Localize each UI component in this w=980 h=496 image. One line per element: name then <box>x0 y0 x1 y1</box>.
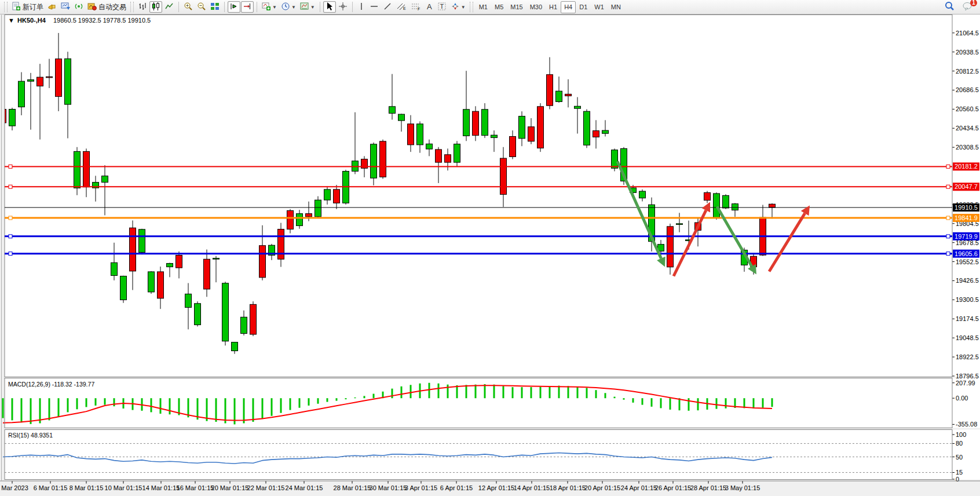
main-pane-background[interactable] <box>5 15 980 377</box>
candle-bull[interactable] <box>463 110 470 136</box>
toolbar-grip[interactable] <box>4 2 8 12</box>
cursor-button[interactable] <box>323 1 336 13</box>
tile-windows-button[interactable] <box>209 1 221 13</box>
candle-bear[interactable] <box>250 304 257 334</box>
text-label-button[interactable]: T <box>436 1 448 13</box>
candle-bear[interactable] <box>565 94 572 96</box>
candle-bull[interactable] <box>315 200 321 217</box>
candle-bear[interactable] <box>306 214 312 217</box>
one-click-trading-toggle[interactable]: ▼ <box>8 17 14 24</box>
equidistant-channel-button[interactable]: E <box>394 1 408 13</box>
candle-bull[interactable] <box>602 130 609 133</box>
candle-bull[interactable] <box>612 150 618 169</box>
candle-bull[interactable] <box>195 304 201 325</box>
candle-bear[interactable] <box>176 255 182 268</box>
arrows-button[interactable]: ▼ <box>449 1 467 13</box>
candle-bear[interactable] <box>528 127 535 141</box>
candle-bear[interactable] <box>704 192 711 200</box>
line-anchor-handle[interactable] <box>9 235 12 238</box>
candle-bull[interactable] <box>491 135 498 137</box>
candle-bull[interactable] <box>584 111 590 145</box>
line-anchor-handle[interactable] <box>946 165 950 168</box>
candle-bull[interactable] <box>74 151 81 188</box>
vertical-line-button[interactable] <box>356 1 367 13</box>
candle-bull[interactable] <box>398 114 405 121</box>
candle-bull[interactable] <box>426 144 433 149</box>
candle-bull[interactable] <box>714 194 720 218</box>
timeframe-button-mn[interactable]: MN <box>608 1 624 13</box>
candle-bear[interactable] <box>37 77 43 86</box>
candle-bear[interactable] <box>130 228 136 271</box>
new-order-button[interactable]: 新订单 <box>10 1 45 13</box>
chart-shift-button[interactable] <box>241 1 254 13</box>
candle-bear[interactable] <box>445 155 451 162</box>
zoom-out-button[interactable] <box>195 1 208 13</box>
candle-bull[interactable] <box>167 264 173 267</box>
line-anchor-handle[interactable] <box>946 252 950 256</box>
candle-bear[interactable] <box>473 111 479 136</box>
auto-trading-button[interactable]: 自动交易 <box>86 1 128 13</box>
candle-bull[interactable] <box>222 283 229 341</box>
candle-bear[interactable] <box>204 259 210 289</box>
candle-bull[interactable] <box>120 276 127 300</box>
timeframe-button-m30[interactable]: M30 <box>526 1 546 13</box>
candle-bear[interactable] <box>278 229 284 260</box>
candle-bull[interactable] <box>389 107 396 114</box>
candle-bull[interactable] <box>241 317 247 333</box>
candle-bear[interactable] <box>436 149 442 162</box>
timeframe-button-d1[interactable]: D1 <box>576 1 591 13</box>
candle-bull[interactable] <box>556 91 562 101</box>
candle-bull[interactable] <box>371 144 377 178</box>
toolbar-grip[interactable] <box>470 2 473 12</box>
candle-bull[interactable] <box>723 195 729 208</box>
candle-bull[interactable] <box>65 59 71 104</box>
timeframe-button-h4[interactable]: H4 <box>561 1 576 13</box>
candle-bull[interactable] <box>324 189 331 200</box>
candle-bear[interactable] <box>287 210 294 229</box>
trendline-button[interactable] <box>381 1 394 13</box>
toolbar-grip[interactable] <box>130 2 134 12</box>
timeframe-button-m5[interactable]: M5 <box>491 1 507 13</box>
candlestick-chart-button[interactable] <box>149 1 162 13</box>
candle-bull[interactable] <box>232 342 238 351</box>
line-anchor-handle[interactable] <box>9 216 12 220</box>
line-chart-button[interactable] <box>163 1 175 13</box>
candle-bull[interactable] <box>19 81 25 107</box>
zoom-in-button[interactable] <box>182 1 195 13</box>
candle-bull[interactable] <box>102 176 108 183</box>
candle-bull[interactable] <box>454 144 460 163</box>
candle-bear[interactable] <box>158 272 164 298</box>
notifications-button[interactable]: 1 <box>961 1 974 13</box>
candle-bull[interactable] <box>482 110 488 136</box>
candle-bear[interactable] <box>537 107 544 148</box>
auto-scroll-button[interactable] <box>228 1 240 13</box>
candle-bear[interactable] <box>510 137 516 157</box>
candle-bull[interactable] <box>297 214 303 226</box>
candle-bull[interactable] <box>185 294 192 307</box>
candle-bull[interactable] <box>639 191 646 198</box>
horizontal-line-button[interactable] <box>368 1 381 13</box>
candle-bull[interactable] <box>148 272 155 292</box>
candle-bull[interactable] <box>417 124 423 145</box>
candle-bear[interactable] <box>547 75 553 106</box>
candle-bear[interactable] <box>667 227 674 267</box>
line-anchor-handle[interactable] <box>946 185 950 188</box>
broadcast-button[interactable] <box>46 1 58 13</box>
candle-bull[interactable] <box>9 110 16 126</box>
bar-chart-button[interactable] <box>136 1 149 13</box>
timeframe-button-m1[interactable]: M1 <box>476 1 491 13</box>
signal-button[interactable] <box>72 1 85 13</box>
candle-bull[interactable] <box>28 80 34 82</box>
candle-bull[interactable] <box>677 224 683 225</box>
candle-bear[interactable] <box>408 124 414 145</box>
candle-bear[interactable] <box>380 141 386 177</box>
timeframe-button-w1[interactable]: W1 <box>591 1 608 13</box>
indicators-button[interactable]: ▼ <box>260 1 279 13</box>
periods-button[interactable]: ▼ <box>279 1 298 13</box>
candle-bear[interactable] <box>593 131 599 137</box>
line-anchor-handle[interactable] <box>9 252 12 256</box>
candle-bear[interactable] <box>334 189 340 203</box>
candle-bear[interactable] <box>56 59 62 97</box>
search-button[interactable] <box>943 1 956 13</box>
candle-bear[interactable] <box>46 76 53 78</box>
